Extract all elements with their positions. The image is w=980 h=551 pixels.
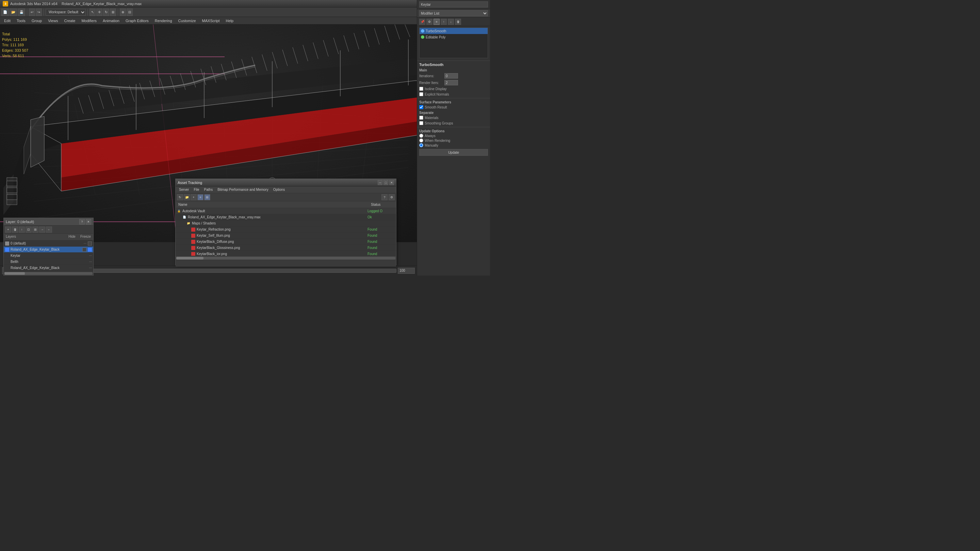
scale-button[interactable]: ⊞ [110,8,116,16]
at-horizontal-scrollbar[interactable] [176,256,396,260]
modifier-list-select[interactable]: Modifier List [419,10,488,16]
frame-end-input[interactable] [398,268,415,274]
update-button[interactable]: Update [419,149,488,156]
move-modifier-down-icon[interactable]: ↓ [448,19,454,25]
menu-edit[interactable]: Edit [2,18,13,24]
menu-maxscript[interactable]: MAXScript [199,18,223,24]
at-scroll-thumb[interactable] [176,257,204,259]
at-row-maps[interactable]: 📁 Maps / Shaders [176,221,396,227]
redo-button[interactable]: ↪ [36,8,42,16]
modifier-stack[interactable]: TurboSmooth Editable Poly [419,27,488,58]
at-row-vault[interactable]: 🔒 Autodesk Vault Logged O [176,208,396,214]
pin-icon[interactable]: 📌 [419,19,425,25]
select-button[interactable]: ↖ [89,8,95,16]
at-row-maxfile[interactable]: 📄 Roland_AX_Edge_Keytar_Black_max_vray.m… [176,214,396,221]
move-modifier-icon[interactable]: ↑ [441,19,447,25]
layer-hide-box-2[interactable] [82,248,86,252]
menu-group[interactable]: Group [29,18,45,24]
menu-help[interactable]: Help [223,18,237,24]
at-restore-button[interactable]: □ [383,180,388,185]
object-name-input[interactable] [419,2,488,8]
layer-select-button[interactable]: ⊡ [25,227,32,233]
iterations-input[interactable] [444,73,458,79]
layer-row-roland[interactable]: Roland_AX_Edge_Keytar_Black ··· [4,265,93,271]
menu-rendering[interactable]: Rendering [152,18,175,24]
modifier-turbosmooth[interactable]: TurboSmooth [420,28,488,34]
at-row-illum[interactable]: Keytar_Self_Illum.png Found [176,233,396,239]
at-menu-paths[interactable]: Paths [202,187,215,192]
snap-button[interactable]: ⊕ [120,8,126,16]
materials-checkbox[interactable] [419,116,423,120]
menu-animation[interactable]: Animation [100,18,122,24]
isoline-checkbox[interactable] [419,87,423,91]
manually-radio[interactable] [419,143,423,147]
new-button[interactable]: 📄 [2,8,9,16]
layer-scroll-thumb[interactable] [5,272,25,275]
at-view-button[interactable]: ≡ [197,194,204,200]
at-row-glossiness[interactable]: KeytarBlack_Glossiness.png Found [176,245,396,251]
at-row-diffuse[interactable]: KeytarBlack_Diffuse.png Found [176,239,396,245]
menu-graph-editors[interactable]: Graph Editors [123,18,151,24]
smoothing-groups-checkbox[interactable] [419,121,423,125]
menu-modifiers[interactable]: Modifiers [79,18,99,24]
layer-help-button[interactable]: ? [79,219,85,224]
timeline-slider[interactable] [55,269,396,273]
undo-button[interactable]: ↩ [29,8,35,16]
at-minimize-button[interactable]: ─ [378,180,382,185]
align-button[interactable]: ⊟ [127,8,133,16]
at-row-ior[interactable]: KeytarBlack_ior.png Found [176,251,396,256]
layer-color-box[interactable] [88,248,92,252]
layer-child-button[interactable]: ⊞ [32,227,38,233]
layer-hide-box[interactable] [88,241,92,246]
at-help-button[interactable]: ? [382,194,388,200]
layer-row-default[interactable]: 0 (default) ··· [4,240,93,246]
freeze-column-header[interactable]: Freeze [78,233,93,240]
menu-create[interactable]: Create [61,18,78,24]
at-menu-file[interactable]: File [192,187,201,192]
always-radio[interactable] [419,134,423,138]
at-title: Asset Tracking [178,181,202,185]
at-name-column-header[interactable]: Name [176,203,369,206]
at-close-button[interactable]: ✕ [389,180,394,185]
at-add-button[interactable]: + [191,194,197,200]
at-row-refraction[interactable]: Keytar_Refraction.png Found [176,227,396,233]
at-status-column-header[interactable]: Status [369,203,396,206]
config-icon[interactable]: ⚙ [426,19,433,25]
rotate-button[interactable]: ↻ [103,8,109,16]
layer-move2-button[interactable]: ← [46,227,52,233]
at-menu-options[interactable]: Options [271,187,287,192]
layer-up-button[interactable]: ↑ [19,227,25,233]
layer-move-button[interactable]: → [39,227,45,233]
explicit-normals-checkbox[interactable] [419,92,423,96]
at-refresh-button[interactable]: ↻ [177,194,183,200]
layer-scrollbar[interactable] [4,271,93,275]
modifier-stack-icon[interactable]: ≡ [434,19,440,25]
save-button[interactable]: 💾 [18,8,25,16]
layer-delete-button[interactable]: 🗑 [12,227,18,233]
open-button[interactable]: 📂 [10,8,17,16]
at-scroll-track[interactable] [176,257,395,259]
layer-row-keytar[interactable]: Roland_AX_Edge_Keytar_Black [4,246,93,253]
smooth-result-checkbox[interactable] [419,105,423,109]
layer-row-keytar-obj[interactable]: Keytar ··· [4,253,93,259]
layer-row-belth[interactable]: Belth ··· [4,259,93,265]
at-menu-bitmap[interactable]: Bitmap Performance and Memory [215,187,270,192]
layer-close-button[interactable]: ✕ [86,219,91,224]
render-iters-input[interactable] [444,80,458,86]
menu-customize[interactable]: Customize [176,18,199,24]
when-rendering-radio[interactable] [419,138,423,143]
menu-views[interactable]: Views [45,18,60,24]
at-explore-button[interactable]: 📁 [184,194,190,200]
menu-tools[interactable]: Tools [14,18,28,24]
modifier-editablepoly[interactable]: Editable Poly [420,34,488,40]
at-menu-server[interactable]: Server [177,187,191,192]
workspace-select[interactable]: Workspace: Default [46,9,86,16]
at-grid-button[interactable]: ⊞ [204,194,210,200]
at-settings-button[interactable]: ⚙ [388,194,395,200]
layer-new-button[interactable]: + [5,227,11,233]
at-list[interactable]: 🔒 Autodesk Vault Logged O 📄 Roland_AX_Ed… [176,208,396,256]
layer-scroll-track[interactable] [5,272,92,275]
hide-column-header[interactable]: Hide [66,233,78,240]
delete-modifier-icon[interactable]: 🗑 [455,19,461,25]
move-button[interactable]: ✛ [96,8,102,16]
